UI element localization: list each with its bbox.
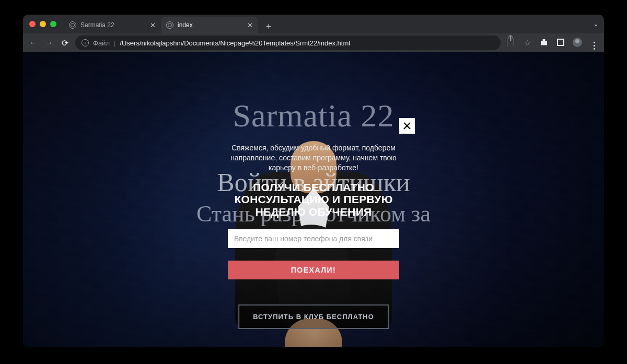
toolbar: ← → ⟳ i Файл | /Users/nikolajlapshin/Doc… [23,33,604,52]
new-tab-button[interactable]: ＋ [261,19,276,33]
tab-title: index [178,21,243,29]
tab-sarmatia[interactable]: Sarmatia 22 ✕ [64,17,161,33]
globe-icon [69,21,76,29]
reload-icon[interactable]: ⟳ [60,38,70,48]
lead-modal: Свяжемся, обсудим удобный формат, подбер… [213,119,414,298]
tabs-overflow-icon[interactable]: ⌄ [593,20,599,28]
modal-description: Свяжемся, обсудим удобный формат, подбер… [228,143,399,173]
address-separator: | [114,39,115,47]
address-scheme: Файл [93,39,110,47]
tab-strip: Sarmatia 22 ✕ index ✕ ＋ [64,15,276,33]
share-icon[interactable] [506,39,515,48]
close-window-icon[interactable] [29,21,36,27]
extensions-icon[interactable] [539,38,549,48]
back-icon[interactable]: ← [28,38,39,48]
tab-title: Sarmatia 22 [80,21,146,29]
close-tab-icon[interactable]: ✕ [247,21,253,29]
titlebar: Sarmatia 22 ✕ index ✕ ＋ ⌄ [23,15,604,33]
maximize-window-icon[interactable] [50,21,56,27]
browser-window: Sarmatia 22 ✕ index ✕ ＋ ⌄ ← → ⟳ i Файл |… [23,15,604,347]
submit-button[interactable]: ПОЕХАЛИ! [228,261,399,279]
side-panel-icon[interactable] [556,39,565,48]
globe-icon [166,21,173,29]
tab-index[interactable]: index ✕ [161,17,258,33]
minimize-window-icon[interactable] [40,21,46,27]
window-controls [29,21,56,27]
modal-headline-line: КОНСУЛЬТАЦИЮ И ПЕРВУЮ [228,193,399,206]
address-bar[interactable]: i Файл | /Users/nikolajlapshin/Documents… [75,36,501,50]
menu-icon[interactable] [589,36,599,50]
modal-overlay: Свяжемся, обсудим удобный формат, подбер… [23,52,604,347]
site-info-icon[interactable]: i [82,39,89,46]
modal-headline-line: НЕДЕЛЮ ОБУЧЕНИЯ [228,206,399,218]
forward-icon[interactable]: → [44,38,54,48]
address-path: /Users/nikolajlapshin/Documents/Nicepage… [120,39,350,47]
bookmark-icon[interactable]: ☆ [522,38,532,48]
close-icon [402,121,412,131]
page-viewport: Sarmatia 22 Войти в айтишки Стань разраб… [23,52,604,347]
close-tab-icon[interactable]: ✕ [150,21,156,29]
modal-headline: ПОЛУЧИ БЕСПЛАТНО КОНСУЛЬТАЦИЮ И ПЕРВУЮ Н… [228,181,399,218]
modal-headline-line: ПОЛУЧИ БЕСПЛАТНО [228,181,399,194]
modal-close-button[interactable] [399,118,415,134]
phone-input[interactable] [228,229,399,248]
profile-icon[interactable] [573,38,582,49]
toolbar-actions: ☆ [506,36,599,50]
